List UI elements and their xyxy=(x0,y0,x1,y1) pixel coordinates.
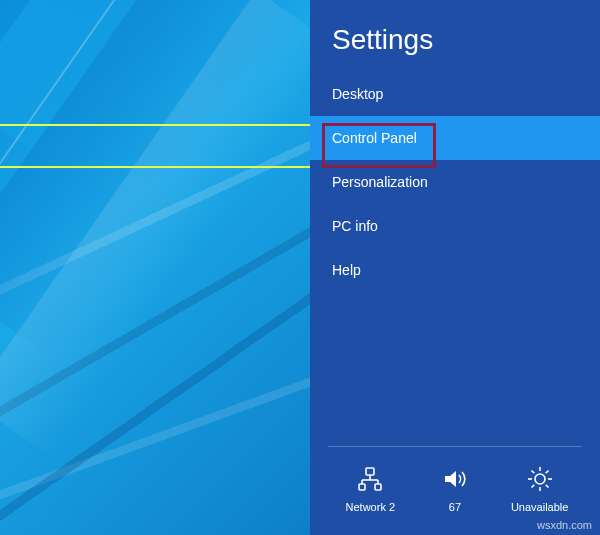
svg-point-7 xyxy=(535,474,545,484)
settings-item-help[interactable]: Help xyxy=(310,248,600,292)
settings-item-control-panel[interactable]: Control Panel xyxy=(310,116,600,160)
settings-item-personalization[interactable]: Personalization xyxy=(310,160,600,204)
network-button[interactable]: Network 2 xyxy=(330,465,410,513)
settings-item-pc-info[interactable]: PC info xyxy=(310,204,600,248)
volume-icon xyxy=(441,465,469,493)
volume-button[interactable]: 67 xyxy=(415,465,495,513)
settings-item-desktop[interactable]: Desktop xyxy=(310,72,600,116)
svg-rect-5 xyxy=(359,484,365,490)
settings-list: Desktop Control Panel Personalization PC… xyxy=(310,72,600,292)
watermark-text: wsxdn.com xyxy=(537,519,592,531)
desktop-wallpaper xyxy=(0,0,310,535)
settings-charm-panel: Settings Desktop Control Panel Personali… xyxy=(310,0,600,535)
network-label: Network 2 xyxy=(346,501,396,513)
brightness-icon xyxy=(526,465,554,493)
svg-rect-6 xyxy=(375,484,381,490)
brightness-button[interactable]: Unavailable xyxy=(500,465,580,513)
svg-line-15 xyxy=(545,471,548,474)
svg-line-13 xyxy=(545,485,548,488)
brightness-label: Unavailable xyxy=(511,501,568,513)
svg-rect-0 xyxy=(366,468,374,475)
network-icon xyxy=(356,465,384,493)
svg-line-12 xyxy=(531,471,534,474)
panel-title: Settings xyxy=(310,0,600,72)
volume-label: 67 xyxy=(449,501,461,513)
svg-line-14 xyxy=(531,485,534,488)
